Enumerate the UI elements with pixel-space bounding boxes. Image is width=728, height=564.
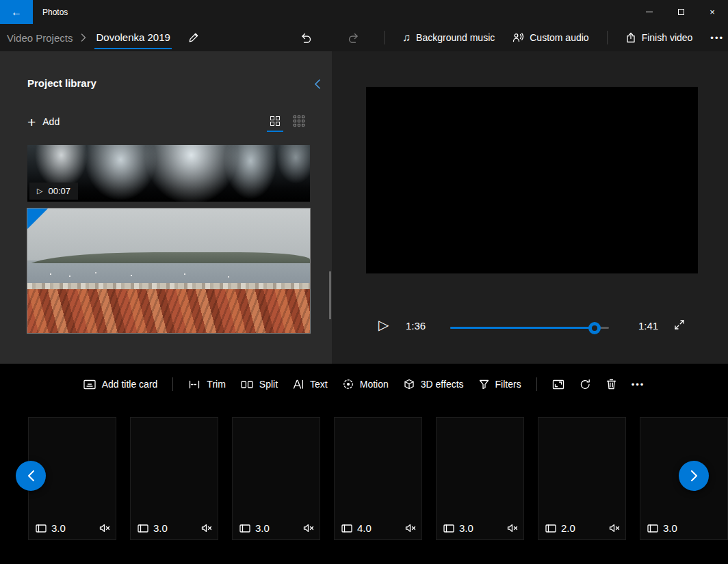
command-bar-actions: ♫ Background music Custom audio Finish v…: [384, 24, 724, 51]
undo-button[interactable]: [300, 31, 312, 44]
breadcrumb-chevron-icon: [81, 33, 86, 42]
titlebar: ← Photos ×: [0, 0, 728, 24]
back-icon: ←: [11, 6, 22, 18]
duration-icon: [443, 524, 454, 533]
photo-boats: [50, 273, 51, 275]
seek-slider-handle[interactable]: [588, 322, 601, 334]
background-music-button[interactable]: ♫ Background music: [402, 31, 495, 44]
maximize-button[interactable]: [665, 0, 697, 24]
storyboard-card[interactable]: 3.0: [436, 417, 524, 540]
ellipsis-icon: •••: [632, 379, 645, 390]
duration-icon: [647, 524, 658, 533]
motion-button[interactable]: Motion: [343, 379, 389, 390]
filters-button[interactable]: Filters: [479, 379, 521, 390]
card-duration: 2.0: [561, 522, 575, 534]
custom-audio-icon: [512, 32, 524, 43]
project-title: Dovolenka 2019: [94, 26, 171, 49]
library-scrollbar[interactable]: [329, 271, 331, 319]
chevron-left-icon: [314, 79, 321, 90]
library-item-video[interactable]: ▷ 00:07: [27, 145, 310, 202]
main-area: Project library + Add ▷ 00:07: [0, 51, 728, 364]
more-options-button[interactable]: •••: [710, 33, 724, 43]
selected-corner-badge: [27, 209, 48, 229]
card-duration: 3.0: [663, 522, 677, 534]
photos-app-window: ← Photos × Video Projects Dovolenka 2019…: [0, 0, 728, 564]
add-media-button[interactable]: + Add: [27, 113, 60, 131]
muted-speaker-icon: [609, 524, 620, 533]
duration-icon: [341, 524, 352, 533]
plus-icon: +: [27, 115, 36, 129]
seek-slider[interactable]: [450, 327, 609, 329]
video-preview: [366, 87, 698, 273]
scroll-left-button[interactable]: [16, 461, 46, 491]
rotate-icon: [580, 379, 591, 390]
separator: [384, 31, 385, 44]
trim-button[interactable]: Trim: [188, 379, 225, 390]
aspect-ratio-icon: [552, 379, 564, 390]
command-bar: Video Projects Dovolenka 2019 ♫ Backgrou…: [0, 24, 728, 51]
breadcrumb-video-projects[interactable]: Video Projects: [7, 32, 73, 44]
rename-project-button[interactable]: [185, 29, 202, 46]
project-library-heading: Project library: [27, 77, 96, 89]
storyboard-card[interactable]: 4.0: [334, 417, 422, 540]
split-icon: [241, 380, 253, 389]
cube-3d-icon: [404, 379, 415, 390]
card-duration: 3.0: [459, 522, 473, 534]
video-duration: 00:07: [48, 186, 70, 196]
duration-icon: [36, 524, 47, 533]
video-duration-badge: ▷ 00:07: [29, 183, 78, 200]
minimize-button[interactable]: [634, 0, 665, 24]
play-button[interactable]: ▷: [378, 317, 389, 333]
storyboard-card[interactable]: 2.0: [538, 417, 626, 540]
large-grid-view-button[interactable]: [270, 114, 280, 132]
fullscreen-icon: [674, 319, 685, 330]
title-card-icon: [83, 379, 96, 390]
chevron-right-icon: [690, 470, 698, 482]
preview-pane: ▷ 1:36 1:41: [332, 51, 728, 364]
split-button[interactable]: Split: [241, 379, 278, 390]
close-button[interactable]: ×: [697, 0, 728, 24]
storyboard-card[interactable]: 3.0: [130, 417, 218, 540]
scroll-right-button[interactable]: [679, 461, 709, 491]
close-icon: ×: [710, 7, 715, 17]
duration-icon: [545, 524, 556, 533]
custom-audio-button[interactable]: Custom audio: [512, 32, 588, 43]
current-time: 1:36: [406, 320, 426, 332]
delete-button[interactable]: [606, 379, 616, 390]
card-duration: 4.0: [357, 522, 372, 534]
3d-effects-button[interactable]: 3D effects: [404, 379, 464, 390]
back-button[interactable]: ←: [0, 0, 33, 24]
muted-speaker-icon: [303, 524, 314, 533]
trim-icon: [188, 380, 200, 389]
pencil-icon: [188, 32, 199, 43]
card-duration: 3.0: [51, 522, 66, 534]
library-view-toggles: [270, 114, 304, 132]
music-note-icon: ♫: [402, 31, 411, 44]
app-title: Photos: [42, 8, 68, 17]
play-icon: ▷: [37, 187, 42, 196]
finish-video-button[interactable]: Finish video: [625, 32, 693, 43]
seek-slider-fill: [450, 327, 595, 329]
add-title-card-button[interactable]: Add title card: [83, 379, 158, 390]
rotate-button[interactable]: [580, 379, 591, 390]
more-tools-button[interactable]: •••: [632, 379, 645, 390]
grid-large-icon: [270, 116, 280, 126]
storyboard-toolbar: Add title card Trim Split Text Motion: [0, 377, 728, 391]
fullscreen-button[interactable]: [672, 317, 687, 332]
total-time: 1:41: [638, 320, 658, 332]
trash-icon: [606, 379, 616, 390]
text-icon: [293, 379, 304, 389]
storyboard-card[interactable]: 3.0: [232, 417, 320, 540]
muted-speaker-icon: [201, 524, 212, 533]
redo-button[interactable]: [348, 31, 360, 44]
text-button[interactable]: Text: [293, 379, 328, 390]
ellipsis-icon: •••: [710, 33, 724, 43]
duration-icon: [138, 524, 148, 533]
small-grid-view-button[interactable]: [294, 114, 304, 132]
library-item-photo[interactable]: [27, 209, 310, 333]
duration-icon: [239, 524, 250, 533]
window-controls: ×: [634, 0, 728, 24]
collapse-library-button[interactable]: [311, 76, 324, 92]
resize-button[interactable]: [552, 379, 564, 390]
filters-icon: [479, 379, 489, 390]
